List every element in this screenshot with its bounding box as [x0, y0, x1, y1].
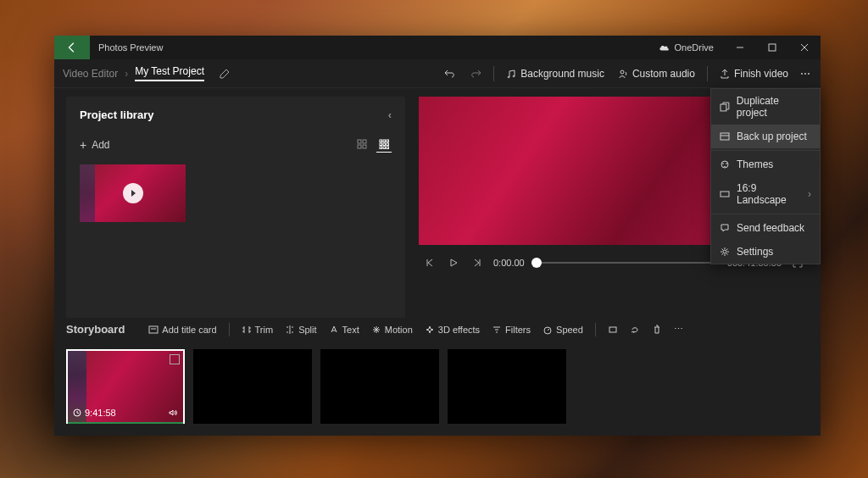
- redo-button[interactable]: [463, 64, 488, 83]
- close-icon: [800, 43, 809, 52]
- storyboard-clip[interactable]: [448, 349, 566, 424]
- library-header: Project library ‹: [80, 108, 392, 121]
- onedrive-label: OneDrive: [675, 42, 714, 53]
- svg-rect-14: [383, 147, 386, 149]
- storyboard-clip[interactable]: 9:41:58: [66, 349, 185, 424]
- menu-aspect[interactable]: 16:9 Landscape ›: [711, 176, 820, 212]
- menu-backup[interactable]: Back up project: [711, 125, 820, 148]
- svg-rect-6: [363, 145, 366, 148]
- feedback-icon: [720, 223, 730, 233]
- clip-strip: 9:41:58: [66, 349, 809, 424]
- titlebar: Photos Preview OneDrive: [54, 36, 821, 59]
- trim-button[interactable]: Trim: [236, 322, 279, 337]
- project-library-panel: Project library ‹ + Add: [66, 97, 405, 318]
- background-music-button[interactable]: Background music: [499, 64, 611, 83]
- custom-audio-button[interactable]: Custom audio: [611, 64, 702, 83]
- add-label: Add: [92, 139, 109, 151]
- maximize-button[interactable]: [756, 36, 788, 59]
- scrubber-track[interactable]: [531, 262, 721, 264]
- aspect-icon: [720, 189, 730, 199]
- svg-rect-12: [387, 143, 389, 146]
- svg-rect-11: [383, 143, 386, 146]
- collapse-library-button[interactable]: ‹: [388, 108, 392, 121]
- svg-rect-15: [387, 147, 389, 149]
- plus-icon: +: [80, 138, 86, 152]
- view-large-button[interactable]: [354, 136, 370, 153]
- menu-themes-label: Themes: [737, 158, 773, 170]
- ellipsis-icon: ⋯: [800, 68, 810, 80]
- split-button[interactable]: Split: [280, 322, 321, 337]
- trim-label: Trim: [255, 325, 274, 335]
- back-button[interactable]: [54, 36, 90, 59]
- minimize-button[interactable]: [724, 36, 756, 59]
- svg-point-20: [723, 250, 726, 253]
- svg-point-2: [620, 70, 624, 74]
- storyboard-clip[interactable]: [193, 349, 312, 424]
- main-toolbar: Video Editor › My Test Project Backgroun…: [54, 59, 821, 88]
- filters-button[interactable]: Filters: [487, 322, 536, 337]
- storyboard-toolbar: Storyboard Add title card Trim Split Tex…: [66, 321, 809, 337]
- svg-rect-4: [363, 140, 366, 143]
- grid-small-icon: [379, 139, 389, 149]
- duplicate-icon: [720, 102, 730, 112]
- add-title-card-button[interactable]: Add title card: [143, 322, 221, 337]
- library-title: Project library: [80, 108, 153, 121]
- text-button[interactable]: Text: [324, 322, 364, 337]
- trim-icon: [242, 325, 252, 335]
- menu-aspect-label: 16:9 Landscape: [737, 182, 801, 206]
- breadcrumb: Video Editor › My Test Project: [63, 65, 230, 81]
- next-frame-button[interactable]: [470, 255, 485, 270]
- breadcrumb-root[interactable]: Video Editor: [63, 68, 118, 80]
- view-small-button[interactable]: [376, 136, 392, 153]
- menu-feedback[interactable]: Send feedback: [711, 216, 820, 240]
- rotate-button[interactable]: [625, 322, 645, 337]
- person-audio-icon: [618, 69, 628, 79]
- menu-themes[interactable]: Themes: [711, 153, 820, 176]
- rotate-icon: [630, 325, 640, 335]
- grid-large-icon: [357, 139, 367, 149]
- chevron-right-icon: ›: [808, 188, 811, 200]
- speed-icon: [542, 325, 553, 335]
- undo-button[interactable]: [437, 64, 463, 83]
- storyboard-more-button[interactable]: ⋯: [669, 321, 688, 337]
- finish-video-button[interactable]: Finish video: [713, 64, 795, 83]
- rename-button[interactable]: [220, 69, 230, 79]
- text-icon: [329, 325, 339, 335]
- more-dropdown: Duplicate project Back up project Themes…: [710, 88, 821, 264]
- menu-settings[interactable]: Settings: [711, 240, 820, 264]
- svg-rect-16: [721, 104, 726, 111]
- text-label: Text: [342, 325, 359, 335]
- onedrive-status[interactable]: OneDrive: [659, 42, 714, 53]
- svg-rect-8: [383, 140, 386, 142]
- split-icon: [285, 325, 295, 335]
- delete-button[interactable]: [647, 322, 667, 337]
- play-overlay: [123, 183, 143, 203]
- custom-audio-label: Custom audio: [632, 68, 695, 80]
- motion-button[interactable]: Motion: [366, 322, 418, 337]
- prev-frame-button[interactable]: [422, 255, 437, 270]
- menu-duplicate[interactable]: Duplicate project: [711, 89, 820, 125]
- scrubber-handle[interactable]: [531, 258, 542, 268]
- redo-icon: [470, 68, 481, 80]
- pencil-icon: [220, 69, 230, 79]
- library-clip-thumbnail[interactable]: [80, 164, 186, 222]
- svg-rect-5: [358, 145, 361, 148]
- storyboard-clip[interactable]: [320, 349, 439, 424]
- menu-duplicate-label: Duplicate project: [737, 95, 811, 119]
- 3d-effects-button[interactable]: 3D effects: [420, 322, 485, 337]
- library-controls: + Add: [80, 136, 392, 153]
- breadcrumb-project[interactable]: My Test Project: [135, 65, 204, 81]
- play-button[interactable]: [446, 255, 461, 270]
- volume-icon: [168, 408, 178, 418]
- view-toggles: [354, 136, 392, 153]
- svg-rect-19: [721, 192, 729, 197]
- speed-button[interactable]: Speed: [537, 322, 588, 337]
- clip-progress-bar: [68, 422, 183, 424]
- fx-label: 3D effects: [438, 325, 480, 335]
- close-button[interactable]: [788, 36, 821, 59]
- svg-rect-17: [721, 133, 729, 140]
- app-window: Photos Preview OneDrive Video Editor › M…: [54, 36, 821, 436]
- more-menu-button[interactable]: ⋯: [795, 64, 815, 83]
- resize-button[interactable]: [603, 322, 623, 337]
- add-media-button[interactable]: + Add: [80, 138, 110, 152]
